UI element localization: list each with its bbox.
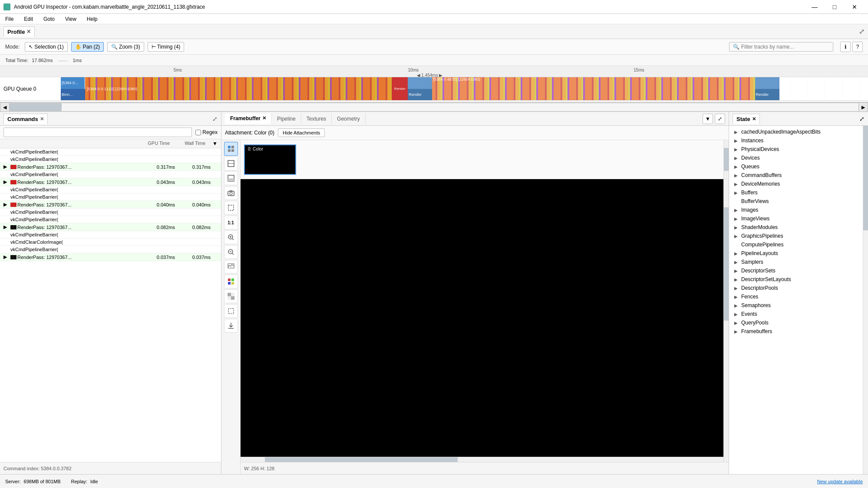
info-button[interactable]: ℹ (840, 42, 851, 52)
state-item-events[interactable]: ▶ Events (729, 310, 863, 318)
timeline-scroll-thumb[interactable] (10, 103, 62, 111)
tool-frame-top[interactable] (224, 157, 238, 170)
tool-frame-bottom[interactable] (224, 171, 238, 185)
fb-preview-container[interactable] (241, 179, 729, 462)
state-item-imageViews[interactable]: ▶ ImageViews (729, 214, 863, 223)
state-item-framebuffers[interactable]: ▶ Framebuffers (729, 327, 863, 336)
tool-color-palette[interactable] (224, 275, 238, 288)
state-item-instances[interactable]: ▶ Instances (729, 136, 863, 145)
state-item-fences[interactable]: ▶ Fences (729, 292, 863, 301)
thumb-scroll-v[interactable] (723, 140, 729, 179)
commands-list[interactable]: vkCmdPipelineBarrier( vkCmdPipelineBarri… (0, 148, 221, 462)
table-row[interactable]: ▶ RenderPass: 12970367... 0.040ms 0.040m… (0, 201, 221, 209)
table-row[interactable]: vkCmdPipelineBarrier( (0, 186, 221, 193)
state-item-buffers[interactable]: ▶ Buffers (729, 188, 863, 197)
tab-textures[interactable]: Textures (301, 114, 332, 124)
tab-pipeline[interactable]: Pipeline (272, 114, 301, 124)
gpu-queue-track[interactable]: [5384 0... Binn... [5384 0 0 1110] (2280… (61, 77, 868, 101)
preview-scroll-h[interactable] (241, 457, 723, 462)
fb-thumbnail-color[interactable]: 0: Color (244, 144, 296, 175)
table-row[interactable]: ▶ RenderPass: 12970367... 0.317ms 0.317m… (0, 163, 221, 171)
tool-zoom-in[interactable] (224, 230, 238, 244)
center-maximize-icon[interactable]: ⤢ (715, 114, 725, 124)
table-row[interactable]: vkCmdPipelineBarrier( (0, 231, 221, 239)
table-row[interactable]: ▶ RenderPass: 12970367... 0.082ms 0.082m… (0, 223, 221, 231)
commands-tab-close[interactable]: ✕ (40, 116, 44, 122)
state-item-physicalDevices[interactable]: ▶ PhysicalDevices (729, 145, 863, 154)
menu-view[interactable]: View (63, 15, 78, 23)
table-row[interactable]: vkCmdPipelineBarrier( (0, 148, 221, 156)
close-button[interactable]: ✕ (845, 0, 865, 14)
state-item-cachedUnpacked[interactable]: ▶ cachedUnpackedImageAspectBits (729, 128, 863, 136)
state-item-shaderModules[interactable]: ▶ ShaderModules (729, 223, 863, 232)
expand-icon[interactable]: ▶ (3, 254, 10, 260)
state-item-devices[interactable]: ▶ Devices (729, 154, 863, 162)
expand-icon[interactable]: ▶ (3, 179, 10, 185)
help-button[interactable]: ? (852, 42, 863, 52)
state-item-queryPools[interactable]: ▶ QueryPools (729, 318, 863, 327)
expand-icon[interactable]: ▶ (3, 164, 10, 170)
tool-checker[interactable] (224, 289, 238, 303)
hide-attachments-button[interactable]: Hide Attachments (278, 128, 325, 137)
state-tree[interactable]: ▶ cachedUnpackedImageAspectBits ▶ Instan… (729, 126, 863, 474)
state-item-images[interactable]: ▶ Images (729, 206, 863, 214)
commands-search-input[interactable] (3, 128, 192, 137)
expand-icon[interactable]: ▶ (3, 202, 10, 207)
state-scroll[interactable] (863, 126, 868, 474)
timeline-scroll-track[interactable] (10, 103, 858, 111)
commands-maximize-icon[interactable]: ⤢ (212, 115, 218, 122)
update-link[interactable]: New update available (817, 479, 863, 484)
tool-select-rect[interactable] (224, 201, 238, 215)
minimize-button[interactable]: — (805, 0, 825, 14)
state-item-semaphores[interactable]: ▶ Semaphores (729, 301, 863, 310)
filter-tracks-input[interactable] (741, 44, 828, 50)
table-row[interactable]: ▶ RenderPass: 12970367... 0.037ms 0.037m… (0, 253, 221, 261)
profile-maximize-icon[interactable]: ⤢ (859, 27, 865, 36)
timeline-scrollbar[interactable]: ◀ ▶ (0, 102, 868, 112)
table-row[interactable]: vkCmdPipelineBarrier( (0, 193, 221, 201)
table-row[interactable]: vkCmdPipelineBarrier( (0, 216, 221, 223)
state-item-graphicsPipelines[interactable]: ▶ GraphicsPipelines (729, 232, 863, 240)
state-tab[interactable]: State ✕ (733, 114, 760, 124)
state-item-computePipelines[interactable]: ▶ ComputePipelines (729, 240, 863, 249)
tab-geometry[interactable]: Geometry (332, 114, 366, 124)
table-row[interactable]: ▶ RenderPass: 12970367... 0.043ms 0.043m… (0, 178, 221, 186)
timeline-scroll-left[interactable]: ◀ (0, 102, 10, 112)
state-item-pipelineLayouts[interactable]: ▶ PipelineLayouts (729, 249, 863, 258)
state-item-descriptorSetLayouts[interactable]: ▶ DescriptorSetLayouts (729, 275, 863, 284)
state-item-descriptorSets[interactable]: ▶ DescriptorSets (729, 266, 863, 275)
menu-file[interactable]: File (3, 15, 15, 23)
dropdown-icon[interactable]: ▼ (703, 114, 713, 124)
profile-tab[interactable]: Profile ✕ (3, 26, 35, 37)
tool-color-swatch[interactable] (224, 142, 238, 156)
menu-goto[interactable]: Goto (42, 15, 56, 23)
state-item-samplers[interactable]: ▶ Samplers (729, 258, 863, 266)
tool-download[interactable] (224, 319, 238, 333)
table-row[interactable]: vkCmdPipelineBarrier( (0, 246, 221, 253)
tool-image-adjust[interactable] (224, 260, 238, 274)
table-row[interactable]: vkCmdPipelineBarrier( (0, 171, 221, 178)
tool-select-dotted[interactable] (224, 304, 238, 318)
tool-camera[interactable] (224, 186, 238, 200)
framebuffer-tab-close[interactable]: ✕ (262, 115, 266, 121)
table-row[interactable]: vkCmdPipelineBarrier( (0, 209, 221, 216)
state-tab-close[interactable]: ✕ (752, 116, 756, 122)
state-item-deviceMemories[interactable]: ▶ DeviceMemories (729, 180, 863, 188)
menu-edit[interactable]: Edit (22, 15, 35, 23)
pan-mode-button[interactable]: ✋ Pan (2) (71, 42, 104, 52)
timeline-scale[interactable]: 5ms 10ms ◀ 1.454ms ▶ 15ms (0, 66, 868, 77)
state-item-descriptorPools[interactable]: ▶ DescriptorPools (729, 284, 863, 292)
state-maximize-icon[interactable]: ⤢ (859, 115, 865, 122)
tab-framebuffer[interactable]: Framebuffer ✕ (225, 114, 272, 124)
zoom-mode-button[interactable]: 🔍 Zoom (3) (107, 42, 144, 52)
tool-zoom-out[interactable] (224, 245, 238, 259)
regex-checkbox[interactable] (195, 130, 201, 135)
timing-mode-button[interactable]: ⊢ Timing (4) (148, 42, 185, 52)
menu-help[interactable]: Help (85, 15, 99, 23)
selection-mode-button[interactable]: ↖ Selection (1) (25, 42, 67, 52)
state-item-bufferViews[interactable]: ▶ BufferViews (729, 197, 863, 206)
gpu-queue-row[interactable]: GPU Queue 0 [5384 0... Binn... [5384 0 0… (0, 77, 868, 101)
table-row[interactable]: vkCmdClearColorImage( (0, 239, 221, 246)
commands-tab[interactable]: Commands ✕ (3, 114, 48, 124)
preview-scroll-v[interactable] (723, 179, 729, 462)
